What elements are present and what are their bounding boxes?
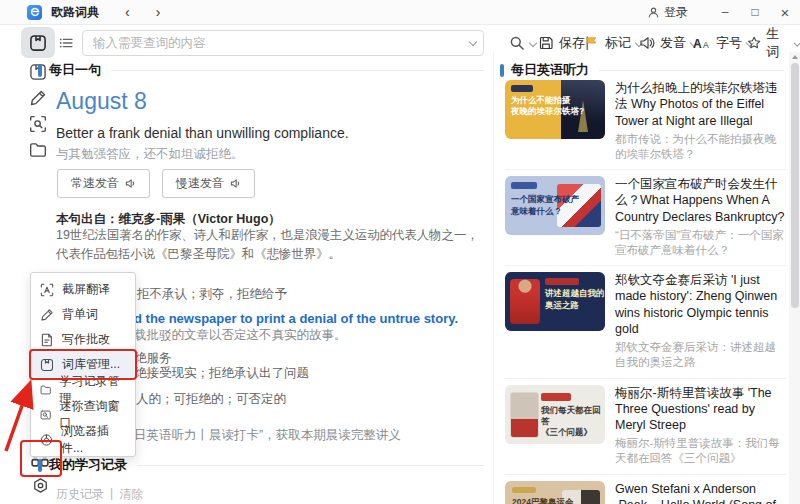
listening-title: 梅丽尔-斯特里普读故事 'The Three Questions' read b…: [615, 385, 786, 434]
search-input[interactable]: [82, 30, 484, 56]
menu-item-screenshot-translate[interactable]: 截屏翻译: [31, 277, 135, 302]
scan-lookup-icon: [29, 115, 47, 133]
study-record-header: 我的学习记录: [38, 456, 484, 474]
listening-subtitle: 郑钦文夺金赛后采访：讲述超越自我的奥运之路: [615, 340, 786, 370]
daily-sentence-translation: 与其勉强答应，还不如坦诚拒绝。: [56, 146, 244, 163]
font-size-button[interactable]: AA 字号: [693, 32, 753, 54]
listening-item[interactable]: 为什么不能拍摄 夜晚的埃菲尔铁塔? 为什么拍晚上的埃菲尔铁塔违法 Why Pho…: [505, 74, 786, 170]
wordlist-icon[interactable]: [58, 35, 74, 51]
listening-item[interactable]: 讲述超越自我的 奥运之路 郑钦文夺金赛后采访 'I just made hist…: [505, 266, 786, 378]
listening-thumbnail: 2024巴黎奥运会 官方单曲: [505, 481, 605, 504]
wordbank-icon: [40, 358, 54, 372]
forward-button[interactable]: ›: [156, 5, 161, 19]
listening-title: Gwen Stefani x Anderson .Paak – Hello Wo…: [615, 481, 786, 504]
example-translation: 载批驳的文章以否定这不真实的故事。: [134, 327, 347, 344]
star-icon: [747, 35, 761, 51]
maximize-button[interactable]: □: [740, 5, 770, 19]
thumb-badge: [541, 393, 571, 401]
thumb-badge: [511, 85, 533, 92]
settings-button[interactable]: [32, 477, 49, 494]
menu-item-browser-plugin[interactable]: 浏览器插件...: [31, 427, 135, 452]
chevron-down-icon: [529, 39, 537, 47]
panel-divider: [493, 52, 494, 504]
menu-item-writing-correct[interactable]: 写作批改: [31, 327, 135, 352]
scrollbar-thumb[interactable]: [791, 63, 799, 308]
listening-item[interactable]: 我们每天都在回答 《三个问题》 梅丽尔-斯特里普读故事 'The Three Q…: [505, 379, 786, 475]
listening-thumbnail: 讲述超越自我的 奥运之路: [505, 272, 605, 331]
definition-line: 拒不承认；剥夺，拒绝给予: [137, 286, 287, 303]
reader-photo: [510, 392, 539, 438]
section-accent-bar: [38, 64, 42, 77]
close-button[interactable]: ×: [770, 4, 800, 21]
definition-line: 绝接受现实；拒绝承认出了问题: [134, 365, 309, 382]
app-title: 欧路词典: [51, 4, 99, 21]
save-button[interactable]: 保存: [538, 32, 585, 54]
minimize-button[interactable]: –: [710, 5, 740, 19]
person-icon: [647, 6, 660, 19]
dict-search-button[interactable]: [509, 32, 536, 54]
memorize-icon: [40, 308, 54, 322]
section-accent-bar: [500, 64, 504, 77]
thumb-text: 一个国家宣布破产 意味着什么？: [511, 194, 579, 217]
speaker-icon: [639, 35, 655, 51]
apps-context-menu: 截屏翻译 背单词 写作批改 词库管理... 学习记录管理... 迷你查询窗口..…: [30, 272, 136, 457]
svg-text:A: A: [703, 40, 709, 50]
daily-sentence-text: Better a frank denial than unwilling com…: [56, 125, 349, 141]
daily-sentence-header: 每日一句: [38, 61, 484, 79]
pronounce-label: 发音: [660, 34, 686, 52]
pronounce-button[interactable]: 发音: [639, 32, 697, 54]
search-icon: [509, 35, 525, 51]
listening-subtitle: 都市传说：为什么不能拍摄夜晚的埃菲尔铁塔？: [615, 132, 786, 162]
daily-date: August 8: [56, 88, 147, 115]
screenshot-translate-icon: [40, 283, 54, 297]
normal-speed-button[interactable]: 常速发音: [57, 169, 150, 198]
listening-item[interactable]: 2024巴黎奥运会 官方单曲 Gwen Stefani x Anderson .…: [505, 475, 786, 504]
browser-plugin-icon: [40, 433, 53, 447]
sidebar-item-study[interactable]: [29, 89, 47, 107]
menu-item-memorize-words[interactable]: 背单词: [31, 302, 135, 327]
listening-title: 郑钦文夺金赛后采访 'I just made history': Zheng Q…: [615, 272, 786, 337]
font-size-icon: AA: [693, 35, 711, 51]
promo-line: 日英语听力丨晨读打卡”，获取本期晨读完整讲义: [134, 427, 401, 444]
back-button[interactable]: ‹: [125, 5, 130, 19]
definition-line: 人的；可拒绝的；可否定的: [136, 391, 286, 408]
gear-icon: [32, 477, 49, 494]
section-accent-bar: [38, 459, 42, 472]
section-divider: [599, 70, 784, 71]
app-window: 欧路词典 ‹ › 登录 – □ ×: [0, 0, 800, 504]
app-logo-icon: [27, 5, 42, 20]
separator: |: [110, 486, 113, 503]
dictionary-card-icon: [29, 34, 47, 52]
listening-subtitle: “日不落帝国”宣布破产：一个国家宣布破产意味着什么？: [615, 228, 786, 258]
flag-icon: [584, 35, 600, 51]
svg-text:A: A: [693, 37, 702, 51]
clear-link[interactable]: 清除: [119, 486, 143, 503]
thumb-text: 为什么不能拍摄 夜晚的埃菲尔铁塔?: [511, 95, 584, 118]
listening-thumbnail: 为什么不能拍摄 夜晚的埃菲尔铁塔?: [505, 80, 605, 139]
thumb-text: 我们每天都在回答 《三个问题》: [541, 405, 605, 439]
listening-item[interactable]: 一个国家宣布破产 意味着什么？ 一个国家宣布破产时会发生什么？What Happ…: [505, 170, 786, 266]
scrollbar-up-arrow[interactable]: [792, 55, 798, 59]
athlete-photo: [510, 279, 540, 324]
title-bar: 欧路词典 ‹ › 登录 – □ ×: [0, 0, 800, 25]
pencil-icon: [29, 89, 47, 107]
section-title: 每日一句: [49, 61, 101, 79]
login-button[interactable]: 登录: [647, 4, 688, 21]
sidebar-item-files[interactable]: [29, 141, 47, 159]
listening-title: 为什么拍晚上的埃菲尔铁塔违法 Why Photos of the Eiffel …: [615, 80, 786, 129]
sidebar-item-dictionary[interactable]: [21, 27, 55, 58]
thumb-badge: [512, 487, 536, 493]
section-title: 我的学习记录: [49, 456, 127, 474]
history-link[interactable]: 历史记录: [56, 486, 104, 503]
thumb-text: 讲述超越自我的 奥运之路: [545, 288, 605, 311]
listening-subtitle: 梅丽尔-斯特里普读故事：我们每天都在回答《三个问题》: [615, 436, 786, 466]
mark-button[interactable]: 标记: [584, 32, 642, 54]
new-word-button[interactable]: 生词: [747, 32, 800, 54]
sidebar-item-capture[interactable]: [29, 115, 47, 133]
folder-icon: [29, 141, 47, 159]
chevron-down-icon: [793, 39, 800, 47]
section-divider: [137, 465, 484, 466]
slow-speed-button[interactable]: 慢速发音: [162, 169, 255, 198]
listening-title: 一个国家宣布破产时会发生什么？What Happens When A Count…: [615, 176, 786, 225]
example-sentence: d the newspaper to print a denial of the…: [134, 311, 458, 326]
